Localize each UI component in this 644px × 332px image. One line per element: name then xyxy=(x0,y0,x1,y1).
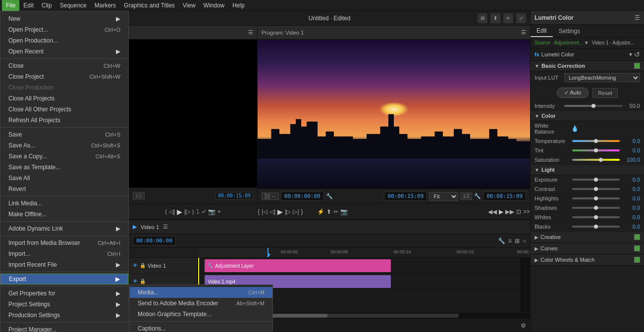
timeline-menu-icon[interactable]: ☰ xyxy=(163,224,168,230)
menu-save[interactable]: Save Ctrl+S xyxy=(0,129,128,140)
source-mark-out-icon[interactable]: } xyxy=(192,209,194,215)
menu-clip[interactable]: Clip xyxy=(38,0,56,11)
basic-correction-header[interactable]: ▼ Basic Correction xyxy=(531,61,644,71)
timeline-scrollbar[interactable] xyxy=(520,258,525,312)
panel-menu-icon[interactable]: ≡ xyxy=(503,13,513,23)
menu-save-all[interactable]: Save All xyxy=(0,173,128,184)
menu-new[interactable]: New ▶ xyxy=(0,13,128,24)
prog-next-mark-icon[interactable]: ▶▶ xyxy=(505,208,514,215)
timeline-play-icon[interactable]: ▶ xyxy=(133,224,137,230)
export-motion-graphics[interactable]: Motion Graphics Template... xyxy=(130,309,272,320)
menu-file[interactable]: File xyxy=(2,0,19,11)
menu-production-settings[interactable]: Production Settings ▶ xyxy=(0,310,128,321)
eyedropper-icon[interactable]: 💧 xyxy=(571,125,579,132)
prog-prev-mark-icon[interactable]: ◀◀ xyxy=(488,208,497,215)
menu-open-production[interactable]: Open Production... xyxy=(0,35,128,46)
menu-graphics[interactable]: Graphics and Titles xyxy=(120,0,179,11)
program-timecode-right2[interactable]: 00:00:15:09 xyxy=(483,191,526,201)
track-v2-visibility[interactable]: 👁 xyxy=(133,279,138,284)
input-lut-select[interactable]: LongBeachMorning None xyxy=(564,73,640,82)
prog-step-fwd-icon[interactable]: |▷ xyxy=(285,208,291,215)
program-wrench-right-icon[interactable]: 🔧 xyxy=(474,193,481,199)
menu-dynamic-link[interactable]: Adobe Dynamic Link ▶ xyxy=(0,223,128,234)
prog-prev-edit-icon[interactable]: |◁ xyxy=(262,208,268,215)
lumetri-menu-icon[interactable]: ☰ xyxy=(635,14,640,21)
share-icon[interactable]: ⬆ xyxy=(490,13,500,23)
intensity-slider[interactable] xyxy=(564,105,623,107)
tint-slider[interactable] xyxy=(572,149,620,151)
menu-edit[interactable]: Edit xyxy=(19,0,38,11)
track-lock-icon[interactable]: 🔒 xyxy=(140,263,146,268)
export-media[interactable]: Media... Ctrl+M xyxy=(130,287,272,298)
prog-next-edit-icon[interactable]: ▷| xyxy=(293,208,299,215)
tab-settings[interactable]: Settings xyxy=(553,25,586,37)
exposure-slider[interactable] xyxy=(572,179,620,181)
fx-reset-icon[interactable]: ↺ xyxy=(634,50,640,58)
source-timecode[interactable]: 00:00:15:09 xyxy=(215,192,253,199)
timeline-tool-3[interactable]: ⊞ xyxy=(515,237,520,244)
menu-close-project[interactable]: Close Project Ctrl+Shift+W xyxy=(0,71,128,82)
menu-window[interactable]: Window xyxy=(200,0,229,11)
light-section-header[interactable]: ▼ Light xyxy=(531,165,644,175)
prog-mark-out-icon[interactable]: } xyxy=(301,208,303,215)
export-captions[interactable]: Captions... xyxy=(130,323,272,332)
tab-edit[interactable]: Edit xyxy=(531,25,553,37)
prog-step-back-icon[interactable]: ◁| xyxy=(269,208,275,215)
menu-sequence[interactable]: Sequence xyxy=(56,0,91,11)
menu-revert[interactable]: Revert xyxy=(0,184,128,194)
source-mark-in-icon[interactable]: { xyxy=(165,209,167,215)
color-subsection-header[interactable]: ▼ Color xyxy=(531,111,644,121)
program-monitor-menu-icon[interactable]: ☰ xyxy=(521,29,526,36)
basic-correction-checkbox[interactable] xyxy=(634,63,640,69)
reset-button[interactable]: Reset xyxy=(592,88,618,98)
prog-mark-in-icon[interactable]: { xyxy=(258,208,260,215)
track-visibility-icon[interactable]: 👁 xyxy=(133,263,138,268)
prog-play-icon[interactable]: ▶ xyxy=(277,208,283,216)
source-play-icon[interactable]: ▶ xyxy=(177,208,182,216)
menu-help[interactable]: Help xyxy=(228,0,249,11)
menu-save-template[interactable]: Save as Template... xyxy=(0,162,128,173)
track-v2-lock[interactable]: 🔒 xyxy=(140,279,146,284)
source-overwrite-icon[interactable]: ⤶ xyxy=(201,208,206,215)
menu-import-recent[interactable]: Import Recent File ▶ xyxy=(0,259,128,270)
temperature-slider[interactable] xyxy=(572,140,620,142)
timeline-timecode[interactable]: 00:00:00:00 xyxy=(133,236,176,245)
program-scale-right[interactable]: 1/2 xyxy=(460,192,472,200)
source-next-frame-icon[interactable]: |▷ xyxy=(184,208,190,215)
menu-markers[interactable]: Markers xyxy=(91,0,120,11)
gear-icon[interactable]: ⚙ xyxy=(521,322,526,329)
menu-project-manager[interactable]: Project Manager... xyxy=(0,324,128,332)
menu-import-media-browser[interactable]: Import from Media Browser Ctrl+Alt+I xyxy=(0,237,128,248)
menu-view[interactable]: View xyxy=(179,0,200,11)
highlights-slider[interactable] xyxy=(572,197,620,199)
menu-link-media[interactable]: Link Media... xyxy=(0,198,128,209)
menu-export[interactable]: Export ▶ xyxy=(0,274,128,285)
timeline-tool-2[interactable]: ≡ xyxy=(508,237,512,244)
contrast-slider[interactable] xyxy=(572,188,620,190)
menu-open-recent[interactable]: Open Recent ▶ xyxy=(0,46,128,57)
lumetri-dropdown-icon[interactable]: ▾ xyxy=(585,40,588,46)
prog-more-icon[interactable]: >> xyxy=(523,208,530,215)
timeline-tool-4[interactable]: ○ xyxy=(523,237,526,244)
restore-icon[interactable]: ⊞ xyxy=(478,13,487,23)
shadows-slider[interactable] xyxy=(572,207,620,209)
maximize-icon[interactable]: ⤢ xyxy=(516,13,526,23)
menu-get-properties[interactable]: Get Properties for ▶ xyxy=(0,288,128,299)
source-add-icon[interactable]: + xyxy=(217,208,221,215)
prog-extract-icon[interactable]: ✂ xyxy=(333,208,338,215)
color-wheels-section-header[interactable]: ▶ Color Wheels & Match xyxy=(531,254,644,266)
menu-close[interactable]: Close Ctrl+W xyxy=(0,60,128,71)
creative-checkbox[interactable] xyxy=(634,234,640,240)
auto-button[interactable]: ✓ Auto xyxy=(557,88,589,98)
menu-project-settings[interactable]: Project Settings ▶ xyxy=(0,299,128,310)
clip-adjustment-layer[interactable]: 🔧 Adjustment Layer xyxy=(205,259,391,272)
prog-add-edit-icon[interactable]: ⚡ xyxy=(317,208,324,215)
prog-play-2-icon[interactable]: ▶ xyxy=(499,208,503,215)
program-fit-select[interactable]: Fit 100% 50% xyxy=(429,192,458,201)
prog-lift-icon[interactable]: ⬆ xyxy=(326,208,331,215)
timeline-tool-1[interactable]: 🔧 xyxy=(498,237,505,244)
menu-save-copy[interactable]: Save a Copy... Ctrl+Alt+S xyxy=(0,151,128,162)
menu-close-all-projects[interactable]: Close All Projects xyxy=(0,93,128,104)
color-wheels-checkbox[interactable] xyxy=(634,257,640,263)
blacks-slider[interactable] xyxy=(572,226,620,228)
